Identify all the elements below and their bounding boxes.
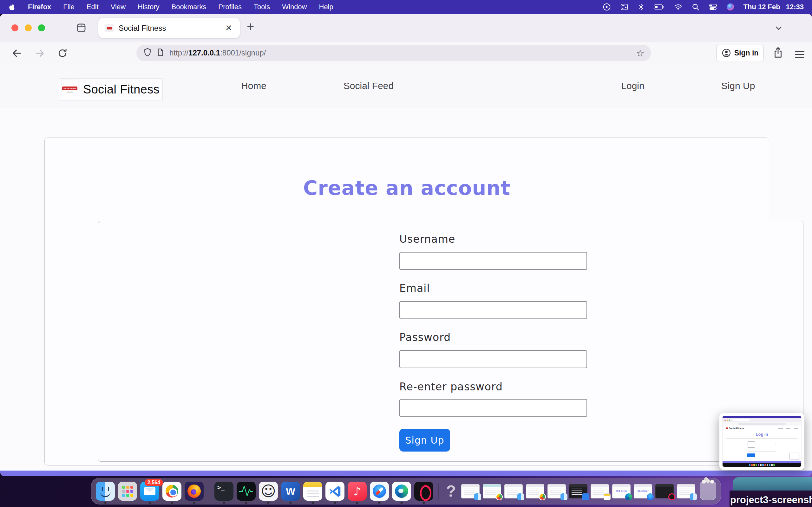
finder-window-title: project3-screenshots bbox=[730, 494, 812, 506]
menu-item-tools[interactable]: Tools bbox=[254, 3, 270, 11]
play-circle-icon[interactable] bbox=[603, 3, 611, 11]
nav-link-social-feed[interactable]: Social Feed bbox=[344, 80, 394, 91]
screenshot-preview-thumbnail[interactable]: Social Fitness Log in bbox=[719, 413, 804, 470]
menu-item-help[interactable]: Help bbox=[319, 3, 334, 11]
menu-item-bookmarks[interactable]: Bookmarks bbox=[171, 3, 206, 11]
menu-item-firefox[interactable]: Firefox bbox=[28, 3, 51, 11]
back-button[interactable] bbox=[11, 48, 22, 60]
list-all-tabs-chevron-icon[interactable] bbox=[774, 23, 783, 34]
nav-link-sign-up[interactable]: Sign Up bbox=[721, 80, 755, 91]
bookmark-star-icon[interactable]: ☆ bbox=[636, 48, 645, 59]
mini-site-header: Social Fitness bbox=[722, 426, 801, 431]
navigation-toolbar: http://127.0.0.1:8001/signup/ ☆ Sign in bbox=[0, 42, 812, 64]
wifi-icon[interactable] bbox=[674, 3, 682, 11]
dock-notes-icon[interactable] bbox=[303, 482, 322, 501]
control-center-icon[interactable] bbox=[709, 3, 717, 11]
tab-close-icon[interactable]: ✕ bbox=[224, 23, 233, 33]
site-logo-link[interactable]: Social Fitness Social Fitness bbox=[59, 78, 163, 101]
search-icon[interactable] bbox=[692, 3, 700, 11]
dock-safari-icon[interactable] bbox=[370, 482, 389, 501]
menu-item-file[interactable]: File bbox=[63, 3, 74, 11]
dock-operagx-icon[interactable] bbox=[414, 482, 433, 501]
dock-terminal-icon[interactable]: >_ bbox=[214, 482, 234, 501]
username-label: Username bbox=[399, 233, 455, 245]
forward-button[interactable] bbox=[34, 48, 45, 60]
url-bar[interactable]: http://127.0.0.1:8001/signup/ ☆ bbox=[136, 45, 651, 61]
menu-item-edit[interactable]: Edit bbox=[87, 3, 99, 11]
dock-divider bbox=[438, 483, 439, 499]
minimized-chrome-window[interactable] bbox=[526, 484, 544, 498]
background-window-edge[interactable] bbox=[733, 477, 812, 493]
share-icon[interactable] bbox=[772, 46, 784, 60]
minimized-safari-404-window[interactable]: 404 Error bbox=[634, 484, 652, 498]
minimized-finder-window[interactable] bbox=[461, 484, 479, 498]
mini-login-heading: Log in bbox=[722, 432, 801, 437]
email-label: Email bbox=[399, 282, 430, 294]
menu-item-history[interactable]: History bbox=[138, 3, 159, 11]
url-path: :8001/signup/ bbox=[220, 49, 266, 57]
site-logo-badge: Social Fitness bbox=[62, 87, 78, 90]
dock-photo-booth-icon[interactable]: ☺ bbox=[259, 482, 278, 501]
signup-outer-card: Create an account Username Email Passwor… bbox=[44, 137, 769, 465]
email-field[interactable] bbox=[399, 301, 587, 319]
menu-item-window[interactable]: Window bbox=[282, 3, 307, 11]
dock-mail-icon[interactable]: 2,564 bbox=[140, 482, 159, 501]
dock-trash-icon[interactable] bbox=[699, 482, 716, 500]
minimized-finder-window[interactable] bbox=[677, 484, 695, 498]
minimized-finder-window[interactable] bbox=[504, 484, 523, 498]
page-info-icon[interactable] bbox=[156, 48, 165, 58]
mini-menu-bar bbox=[722, 416, 801, 418]
shield-icon[interactable] bbox=[143, 48, 152, 58]
dock-chrome-icon[interactable] bbox=[162, 482, 182, 501]
battery-icon[interactable] bbox=[653, 3, 665, 11]
menu-item-profiles[interactable]: Profiles bbox=[218, 3, 242, 11]
mini-login-form bbox=[726, 438, 798, 460]
siri-icon[interactable] bbox=[726, 3, 734, 11]
firefox-sign-in-button[interactable]: Sign in bbox=[716, 45, 764, 61]
dock-finder-icon[interactable] bbox=[96, 482, 115, 501]
password-field[interactable] bbox=[399, 350, 587, 368]
minimized-finder-window[interactable] bbox=[548, 484, 566, 498]
minimized-notes-window[interactable] bbox=[591, 484, 609, 498]
dock-divider bbox=[209, 483, 209, 499]
apple-menu-icon[interactable] bbox=[8, 3, 16, 11]
reenter-password-field[interactable] bbox=[399, 399, 587, 417]
dock-edge-icon[interactable] bbox=[392, 482, 411, 501]
menu-bar-clock[interactable]: Thu 12 Feb 12:33 bbox=[744, 3, 804, 11]
minimized-chrome-window[interactable] bbox=[483, 484, 501, 498]
mini-url-bar bbox=[722, 422, 801, 426]
username-field[interactable] bbox=[399, 252, 587, 270]
minimized-edge-404-window[interactable]: 404 Error bbox=[612, 484, 630, 498]
tab-bar: Social Fitness ✕ + bbox=[0, 14, 812, 42]
reenter-password-label: Re-enter password bbox=[399, 381, 503, 393]
menu-item-view[interactable]: View bbox=[111, 3, 125, 11]
dock-firefox-icon[interactable] bbox=[185, 482, 204, 501]
browser-tab-social-fitness[interactable]: Social Fitness ✕ bbox=[98, 18, 240, 38]
dock-word-icon[interactable]: W bbox=[281, 482, 300, 501]
close-window-button[interactable] bbox=[11, 24, 18, 32]
dock-launchpad-icon[interactable] bbox=[118, 482, 137, 501]
nav-link-home[interactable]: Home bbox=[241, 80, 266, 91]
site-footer-strip bbox=[0, 470, 812, 476]
zoom-window-button[interactable] bbox=[38, 24, 45, 32]
keyboard-icon[interactable] bbox=[620, 3, 629, 11]
firefox-window: Social Fitness ✕ + http://127.0.0.1:8001… bbox=[0, 14, 812, 476]
nav-link-login[interactable]: Login bbox=[621, 80, 644, 91]
url-text[interactable]: http://127.0.0.1:8001/signup/ bbox=[169, 49, 636, 57]
bluetooth-icon[interactable] bbox=[638, 3, 645, 11]
dock-vscode-icon[interactable] bbox=[325, 482, 345, 501]
dock-help-placeholder-icon[interactable]: ? bbox=[444, 482, 458, 501]
reload-button[interactable] bbox=[57, 48, 68, 60]
site-logo-subtext bbox=[67, 92, 72, 93]
page-title: Create an account bbox=[45, 176, 769, 200]
dock-activity-monitor-icon[interactable] bbox=[237, 482, 256, 501]
minimized-operagx-window[interactable] bbox=[655, 484, 674, 498]
minimized-vscode-window[interactable] bbox=[569, 484, 588, 498]
dock-music-icon[interactable]: ♪ bbox=[348, 482, 367, 501]
minimize-window-button[interactable] bbox=[25, 24, 32, 32]
mini-tab-bar bbox=[722, 418, 801, 422]
sign-up-button[interactable]: Sign Up bbox=[399, 429, 450, 452]
new-tab-button[interactable]: + bbox=[247, 20, 254, 34]
app-menu-hamburger-icon[interactable] bbox=[795, 49, 804, 60]
firefox-view-icon[interactable] bbox=[75, 22, 87, 35]
